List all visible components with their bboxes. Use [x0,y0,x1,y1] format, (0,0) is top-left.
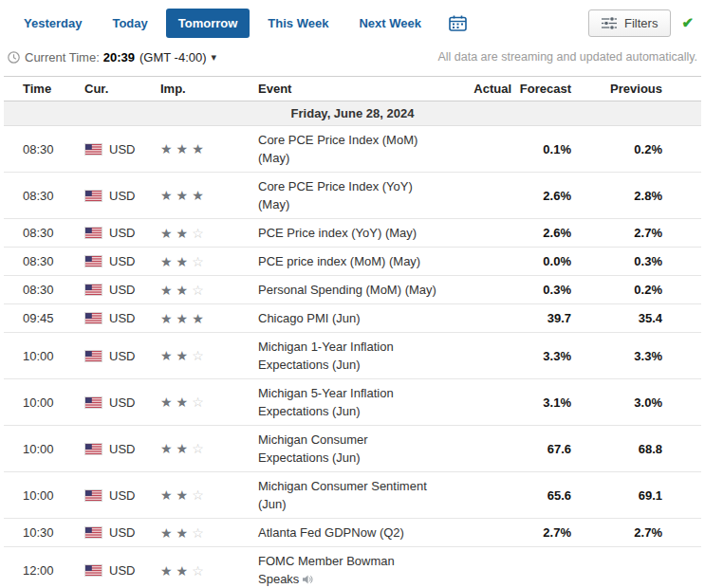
importance-star-filled-icon: ★ [160,311,173,326]
currency-cell: USD [84,142,160,156]
header-currency: Cur. [84,82,160,96]
calendar-icon [449,15,467,31]
table-header: Time Cur. Imp. Event Actual Forecast Pre… [4,76,701,101]
importance-star-filled-icon: ★ [176,188,189,203]
event-time: 08:30 [23,283,84,297]
importance-star-filled-icon: ★ [176,525,189,541]
event-time: 08:30 [23,142,84,156]
importance-star-filled-icon: ★ [160,348,173,363]
tab-this-week[interactable]: This Week [255,9,341,38]
importance-stars: ★★☆ [160,348,258,363]
forecast-value: 0.1% [511,142,571,156]
table-row: 08:30 USD ★★☆ Personal Spending (MoM) (M… [4,276,701,304]
currency-code: USD [109,283,135,297]
currency-cell: USD [84,311,160,325]
importance-star-filled-icon: ★ [160,395,173,410]
header-previous: Previous [571,82,662,96]
event-name-link[interactable]: PCE Price index (YoY) (May) [258,219,459,247]
forecast-value: 3.3% [511,349,571,363]
importance-stars: ★★☆ [160,487,258,503]
importance-stars: ★★☆ [160,525,258,541]
event-time: 12:00 [23,563,84,578]
us-flag-icon [84,526,102,539]
event-name-link[interactable]: PCE price index (MoM) (May) [258,248,459,275]
previous-value: 2.7% [571,226,662,240]
event-name-link[interactable]: Personal Spending (MoM) (May) [258,276,459,303]
previous-value: 0.2% [571,142,662,156]
importance-star-filled-icon: ★ [192,141,204,156]
event-name-link[interactable]: Chicago PMI (Jun) [258,304,459,332]
event-name: PCE Price index (YoY) (May) [258,226,417,240]
table-row: 08:30 USD ★★☆ PCE Price index (YoY) (May… [4,219,701,248]
event-name-link[interactable]: Michigan 5-Year Inflation Expectations (… [258,379,459,425]
us-flag-icon [84,489,102,502]
event-time: 10:00 [23,488,84,503]
table-body: 08:30 USD ★★★ Core PCE Price Index (MoM)… [4,126,701,588]
previous-value: 0.2% [571,283,662,297]
importance-star-filled-icon: ★ [192,188,204,203]
importance-star-empty-icon: ☆ [192,441,204,456]
currency-code: USD [109,349,135,363]
currency-code: USD [109,563,135,578]
importance-star-filled-icon: ★ [160,188,173,203]
importance-star-filled-icon: ★ [160,254,173,269]
currency-code: USD [109,142,135,156]
importance-stars: ★★☆ [160,254,258,269]
currency-code: USD [109,189,135,203]
importance-star-filled-icon: ★ [160,525,173,541]
header-forecast: Forecast [511,82,571,96]
importance-stars: ★★★ [160,311,258,326]
currency-code: USD [109,442,135,456]
tab-yesterday[interactable]: Yesterday [11,9,94,38]
table-row: 12:00 USD ★★☆ FOMC Member Bowman Speaks [4,547,701,588]
importance-star-filled-icon: ★ [176,141,189,156]
event-time: 10:30 [23,525,84,540]
importance-stars: ★★☆ [160,563,258,579]
importance-star-empty-icon: ☆ [192,563,204,579]
importance-star-empty-icon: ☆ [192,226,204,241]
event-name-link[interactable]: Core PCE Price Index (YoY) (May) [258,173,459,218]
calendar-icon-button[interactable] [445,11,471,35]
importance-star-filled-icon: ★ [176,395,189,410]
importance-star-empty-icon: ☆ [192,395,204,410]
header-event: Event [258,82,459,96]
event-name-link[interactable]: Michigan 1-Year Inflation Expectations (… [258,333,459,378]
tab-tomorrow[interactable]: Tomorrow [166,9,250,38]
us-flag-icon [84,312,102,324]
event-name: Michigan Consumer Expectations (Jun) [258,432,368,465]
filters-button[interactable]: Filters [588,9,671,37]
table-row: 10:00 USD ★★☆ Michigan Consumer Expectat… [4,426,701,472]
events-table: Time Cur. Imp. Event Actual Forecast Pre… [4,76,701,588]
currency-cell: USD [84,226,160,240]
importance-star-empty-icon: ☆ [192,525,204,541]
event-name: Atlanta Fed GDPNow (Q2) [258,525,404,540]
importance-star-filled-icon: ★ [192,311,204,326]
importance-stars: ★★☆ [160,441,258,456]
tab-today[interactable]: Today [100,9,159,38]
event-name-link[interactable]: Atlanta Fed GDPNow (Q2) [258,519,459,546]
event-name-link[interactable]: Core PCE Price Index (MoM) (May) [258,126,459,172]
table-row: 09:45 USD ★★★ Chicago PMI (Jun) 39.7 35.… [4,304,701,333]
currency-cell: USD [84,442,160,456]
event-name: Core PCE Price Index (MoM) (May) [258,133,417,165]
previous-value: 3.0% [571,395,662,410]
event-name-link[interactable]: FOMC Member Bowman Speaks [258,547,459,588]
success-check-icon: ✔ [681,14,694,31]
currency-cell: USD [84,488,160,503]
importance-stars: ★★★ [160,188,258,203]
previous-value: 35.4 [571,311,662,325]
timezone-value: (GMT -4:00) [139,50,207,64]
tab-next-week[interactable]: Next Week [346,9,434,38]
header-actual: Actual [459,82,511,96]
current-time-value: 20:39 [103,50,135,64]
event-name-link[interactable]: Michigan Consumer Sentiment (Jun) [258,472,459,518]
previous-value: 69.1 [571,488,662,503]
us-flag-icon [84,190,102,202]
previous-value: 68.8 [571,442,662,456]
table-row: 10:30 USD ★★☆ Atlanta Fed GDPNow (Q2) 2.… [4,519,701,547]
event-name: PCE price index (MoM) (May) [258,254,420,268]
table-row: 08:30 USD ★★☆ PCE price index (MoM) (May… [4,248,701,276]
currency-code: USD [109,488,135,503]
current-time-selector[interactable]: Current Time: 20:39 (GMT -4:00) ▾ [8,50,216,64]
event-name-link[interactable]: Michigan Consumer Expectations (Jun) [258,426,459,471]
